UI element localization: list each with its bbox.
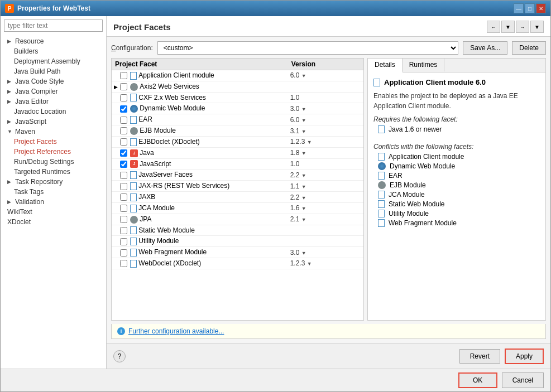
sidebar-item-targeted-runtimes[interactable]: Targeted Runtimes	[1, 167, 106, 177]
table-row: ▶ Static Web Module	[112, 225, 363, 236]
requires-icon	[378, 125, 385, 133]
facet-version-cell	[288, 81, 363, 92]
sidebar-item-builders[interactable]: Builders	[1, 46, 106, 56]
sidebar-item-run-debug-settings[interactable]: Run/Debug Settings	[1, 157, 106, 167]
facet-cell: ▶ Axis2 Web Services	[112, 81, 288, 92]
minimize-button[interactable]: —	[514, 3, 524, 13]
sidebar-item-java-code-style[interactable]: ▶Java Code Style	[1, 76, 106, 86]
page-title: Project Facets	[113, 22, 482, 32]
sidebar-item-task-tags[interactable]: Task Tags	[1, 187, 106, 197]
facet-version-cell: 1.6 ▼	[288, 202, 363, 214]
details-conflicts-item: Utility Module	[373, 210, 540, 217]
tab-runtimes[interactable]: Runtimes	[403, 59, 445, 72]
conflict-text: Dynamic Web Module	[390, 162, 455, 170]
requires-text: Java 1.6 or newer	[389, 125, 442, 133]
sidebar-item-xdoclet[interactable]: XDoclet	[1, 217, 106, 227]
filter-input[interactable]	[4, 20, 103, 32]
expand-arrow: ▶	[7, 119, 14, 124]
facet-checkbox-9[interactable]	[120, 172, 127, 179]
sidebar-item-project-facets[interactable]: Project Facets	[1, 137, 106, 147]
facet-version-cell: 1.0	[288, 158, 363, 170]
sidebar-item-java-build-path[interactable]: Java Build Path	[1, 66, 106, 76]
sidebar-item-java-editor[interactable]: ▶Java Editor	[1, 96, 106, 107]
help-button[interactable]: ?	[113, 350, 126, 362]
delete-button[interactable]: Delete	[512, 41, 546, 55]
facet-cell: ▶ JavaServer Faces	[112, 170, 288, 181]
sidebar-item-task-repository[interactable]: ▶Task Repository	[1, 177, 106, 187]
window-icon: P	[5, 4, 14, 13]
sidebar-item-maven[interactable]: ▼Maven	[1, 127, 106, 137]
config-dropdown[interactable]: <custom>	[157, 41, 459, 55]
facet-checkbox-5[interactable]	[120, 127, 127, 134]
save-as-button[interactable]: Save As...	[463, 41, 507, 55]
facet-checkbox-0[interactable]	[120, 72, 127, 79]
sidebar-item-deployment-assembly[interactable]: Deployment Assembly	[1, 56, 106, 66]
sidebar-item-wikitext[interactable]: WikiText	[1, 207, 106, 217]
sidebar-item-resource[interactable]: ▶Resource	[1, 36, 106, 46]
facet-cell: ▶ Utility Module	[112, 236, 288, 247]
facet-checkbox-12[interactable]	[120, 205, 127, 212]
title-bar: P Properties for WebTest — □ ✕	[1, 1, 550, 16]
col-facet-header: Project Facet	[112, 59, 288, 70]
facet-cell: ▶ JJavaScript	[112, 158, 288, 170]
nav-forward-button[interactable]: →	[516, 21, 529, 33]
maximize-button[interactable]: □	[525, 3, 535, 13]
facet-checkbox-16[interactable]	[120, 249, 127, 257]
sidebar-item-project-references[interactable]: Project References	[1, 147, 106, 157]
cancel-button[interactable]: Cancel	[502, 372, 544, 388]
conflict-icon	[378, 210, 385, 217]
apply-button[interactable]: Apply	[505, 349, 544, 364]
facet-checkbox-1[interactable]	[120, 83, 127, 90]
facet-checkbox-10[interactable]	[120, 183, 127, 190]
sidebar-item-javascript[interactable]: ▶JavaScript	[1, 117, 106, 127]
nav-dropdown-button[interactable]: ▼	[501, 21, 515, 33]
facet-checkbox-2[interactable]	[120, 94, 127, 101]
facets-container: Configuration: <custom> Save As... Delet…	[107, 37, 550, 343]
facet-checkbox-13[interactable]	[120, 216, 127, 223]
table-row: ▶ Axis2 Web Services	[112, 81, 363, 92]
facet-checkbox-11[interactable]	[120, 193, 127, 201]
conflict-icon	[378, 191, 385, 199]
facet-version-cell: 3.0 ▼	[288, 103, 363, 114]
facet-name: JavaServer Faces	[138, 171, 193, 178]
tab-details[interactable]: Details	[368, 59, 403, 72]
nav-forward-dropdown-button[interactable]: ▼	[530, 21, 544, 33]
sidebar-item-validation[interactable]: ▶Validation	[1, 197, 106, 207]
further-config-link[interactable]: Further configuration available...	[128, 327, 224, 335]
facet-checkbox-15[interactable]	[120, 238, 127, 245]
facet-name: Application Client module	[138, 71, 214, 79]
help-area: ?	[113, 350, 455, 362]
nav-back-button[interactable]: ←	[487, 21, 500, 33]
table-row: ▶ CXF 2.x Web Services 1.0	[112, 92, 363, 103]
facet-name: Dynamic Web Module	[140, 104, 205, 112]
details-conflicts-item: Web Fragment Module	[373, 219, 540, 227]
facet-cell: ▶ CXF 2.x Web Services	[112, 92, 288, 103]
facet-checkbox-4[interactable]	[120, 117, 127, 124]
facet-checkbox-14[interactable]	[120, 227, 127, 234]
ok-button[interactable]: OK	[458, 372, 497, 388]
sidebar-item-java-compiler[interactable]: ▶Java Compiler	[1, 86, 106, 96]
facet-checkbox-17[interactable]	[120, 260, 127, 267]
facet-checkbox-6[interactable]	[120, 138, 127, 146]
facet-checkbox-8[interactable]	[120, 161, 127, 168]
facet-version-cell: 1.8 ▼	[288, 147, 363, 158]
conflict-icon	[378, 219, 385, 227]
table-row: ▶ JCA Module 1.6 ▼	[112, 202, 363, 214]
close-button[interactable]: ✕	[536, 3, 546, 13]
col-version-header: Version	[288, 59, 363, 70]
sidebar-item-javadoc-location[interactable]: Javadoc Location	[1, 107, 106, 117]
table-row: ▶ Web Fragment Module 3.0 ▼	[112, 247, 363, 258]
facet-checkbox-7[interactable]	[120, 149, 127, 157]
details-tabs: Details Runtimes	[368, 59, 545, 72]
revert-button[interactable]: Revert	[459, 349, 500, 364]
conflict-text: Application Client module	[389, 153, 464, 161]
sidebar: ▶Resource Builders Deployment Assembly J…	[1, 16, 107, 369]
expand-arrow: ▶	[7, 38, 14, 44]
facet-name: CXF 2.x Web Services	[138, 94, 205, 101]
facet-cell: ▶ Web Fragment Module	[112, 247, 288, 258]
content-area: ▶Resource Builders Deployment Assembly J…	[1, 16, 550, 369]
details-conflicts-label: Conflicts with the following facets:	[373, 143, 540, 151]
conflict-text: EJB Module	[390, 181, 426, 189]
facet-checkbox-3[interactable]	[120, 105, 127, 113]
facets-table-container: Project Facet Version ▶ Application Clie…	[111, 58, 364, 321]
